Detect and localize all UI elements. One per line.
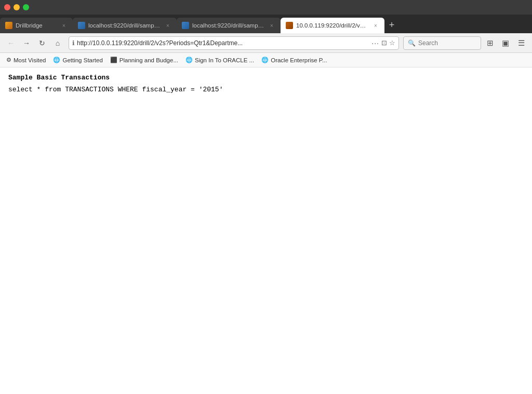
tab-favicon-localhost1 — [78, 22, 85, 29]
bookmark-planning-label: Planning and Budge... — [119, 57, 178, 63]
search-input[interactable] — [418, 39, 476, 47]
bookmark-sign-in-label: Sign In To ORACLE ... — [195, 57, 254, 63]
menu-icon[interactable]: ☰ — [514, 36, 528, 50]
minimize-button[interactable] — [14, 4, 20, 10]
tab-close-localhost2[interactable]: × — [268, 22, 275, 29]
search-bar: 🔍 — [403, 36, 481, 50]
url-more-icon[interactable]: ··· — [371, 39, 379, 47]
tab-localhost1[interactable]: localhost:9220/drill/sample-b... × — [73, 18, 177, 33]
tab-close-drillbridge[interactable]: × — [60, 22, 68, 29]
search-icon: 🔍 — [408, 39, 416, 47]
tab-close-localhost1[interactable]: × — [164, 22, 171, 29]
toolbar: ← → ↻ ⌂ ℹ http://10.0.0.119:9220/drill/2… — [0, 33, 532, 53]
bookmark-getting-started-label: Getting Started — [62, 57, 102, 63]
tab-close-active[interactable]: × — [372, 22, 379, 29]
most-visited-icon: ⚙ — [6, 57, 11, 63]
tab-drillbridge[interactable]: Drillbridge × — [0, 18, 73, 33]
new-tab-button[interactable]: + — [384, 18, 399, 32]
bookmarks-bar: ⚙ Most Visited 🌐 Getting Started ⬛ Plann… — [0, 53, 532, 67]
url-bar[interactable]: ℹ http://10.0.0.119:9220/drill/2/v2s?Per… — [69, 36, 399, 50]
bookmark-most-visited[interactable]: ⚙ Most Visited — [3, 55, 49, 66]
tabbar: Drillbridge × localhost:9220/drill/sampl… — [0, 15, 532, 33]
page-sql: select * from TRANSACTIONS WHERE fiscal_… — [8, 86, 524, 93]
tab-label-drillbridge: Drillbridge — [16, 22, 57, 29]
url-text: http://10.0.0.119:9220/drill/2/v2s?Perio… — [77, 39, 369, 47]
bookmark-getting-started[interactable]: 🌐 Getting Started — [50, 55, 105, 66]
tab-localhost2[interactable]: localhost:9220/drill/sample-b... × — [177, 18, 281, 33]
url-info-icon: ℹ — [72, 39, 75, 47]
bookmark-sign-in[interactable]: 🌐 Sign In To ORACLE ... — [182, 55, 257, 66]
sign-in-icon: 🌐 — [185, 57, 193, 63]
tab-favicon-active — [286, 22, 293, 29]
pocket-icon[interactable]: ⊡ — [381, 39, 387, 47]
bookmark-star-icon[interactable]: ☆ — [389, 39, 395, 47]
planning-icon: ⬛ — [110, 57, 117, 63]
bookmark-planning[interactable]: ⬛ Planning and Budge... — [107, 55, 181, 66]
tab-active[interactable]: 10.0.0.119:9220/drill/2/v2s?Pe... × — [281, 18, 384, 33]
getting-started-icon: 🌐 — [53, 57, 60, 63]
oracle-enterprise-icon: 🌐 — [261, 57, 269, 63]
tab-label-active: 10.0.0.119:9220/drill/2/v2s?Pe... — [296, 22, 369, 29]
reload-button[interactable]: ↻ — [35, 36, 49, 50]
sidebar-icon[interactable]: ▣ — [499, 36, 512, 50]
close-button[interactable] — [4, 4, 10, 10]
maximize-button[interactable] — [23, 4, 29, 10]
tab-favicon-localhost2 — [182, 22, 189, 29]
home-button[interactable]: ⌂ — [51, 36, 64, 50]
bookmark-oracle-enterprise-label: Oracle Enterprise P... — [271, 57, 327, 63]
tab-label-localhost1: localhost:9220/drill/sample-b... — [88, 22, 161, 29]
page-content: Sample Basic Transactions select * from … — [0, 67, 532, 379]
page-title: Sample Basic Transactions — [8, 74, 524, 81]
titlebar — [0, 0, 532, 15]
tab-label-localhost2: localhost:9220/drill/sample-b... — [192, 22, 265, 29]
bookmark-oracle-enterprise[interactable]: 🌐 Oracle Enterprise P... — [258, 55, 330, 66]
bookmark-most-visited-label: Most Visited — [14, 57, 46, 63]
back-button[interactable]: ← — [4, 36, 18, 50]
forward-button[interactable]: → — [20, 36, 33, 50]
library-icon[interactable]: ⊞ — [483, 36, 497, 50]
tab-favicon-drillbridge — [5, 22, 12, 29]
